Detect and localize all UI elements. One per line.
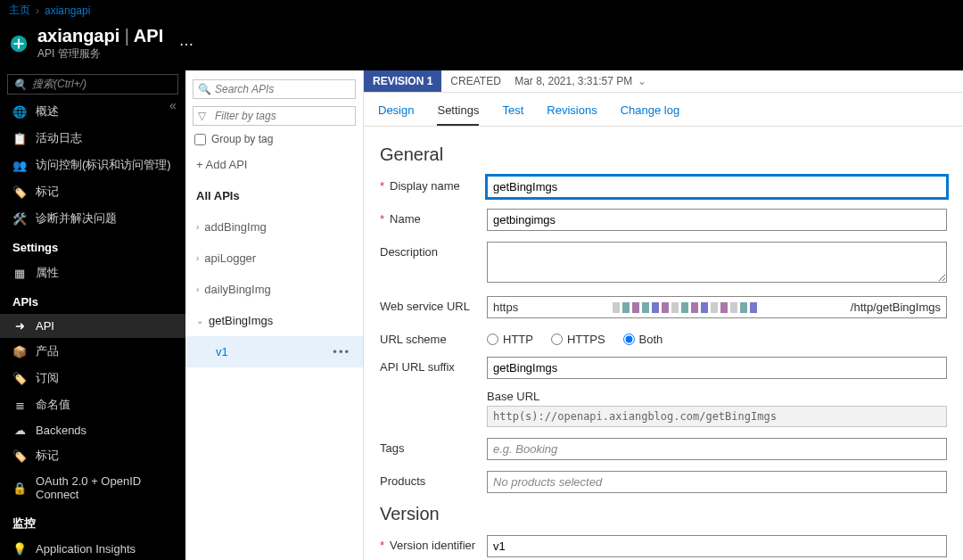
sidebar-item[interactable]: 🏷️标记 [0,442,185,469]
menu-icon: 💡 [12,542,27,556]
api-name: dailyBingImg [204,283,270,296]
description-input[interactable] [487,242,947,283]
api-version-label: v1 [216,345,228,358]
sidebar-section-header: APIs [0,286,185,314]
display-name-input[interactable] [487,176,947,198]
api-name: addBingImg [204,220,266,234]
resource-header: axiangapi | API API 管理服务 ⋯ [0,21,963,70]
more-icon[interactable]: ⋯ [179,36,193,53]
label-api-url-suffix: API URL suffix [380,360,455,374]
sidebar-item[interactable]: 🛠️诊断并解决问题 [0,205,185,232]
menu-icon: 🏷️ [12,372,27,385]
sidebar-item-label: Application Insights [36,542,136,556]
group-by-tag-checkbox[interactable]: Group by tag [185,129,363,149]
sidebar-search[interactable]: 🔍 搜索(Ctrl+/) [7,74,178,95]
search-icon: 🔍 [198,83,211,95]
tab-revisions[interactable]: Revisions [547,100,597,126]
menu-icon: 📋 [12,132,27,145]
tab-design[interactable]: Design [378,100,414,126]
sidebar-item[interactable]: ▦属性 [0,259,185,286]
chevron-down-icon: ⌄ [196,316,203,325]
sidebar-item[interactable]: 📋活动日志 [0,125,185,152]
api-entry[interactable]: ›dailyBingImg [185,274,363,305]
label-tags: Tags [380,441,404,455]
api-entry[interactable]: ⌄getBingImgs [185,305,363,336]
api-version-item[interactable]: v1••• [185,336,363,367]
sidebar-item-label: 属性 [36,265,59,281]
api-search-input[interactable] [193,79,356,99]
menu-icon: ☁ [12,424,27,437]
menu-icon: ≣ [12,399,27,412]
sidebar-item[interactable]: ➜API [0,314,185,338]
label-url-scheme: URL scheme [380,333,447,346]
label-description: Description [380,245,438,259]
sidebar-item[interactable]: 🔒OAuth 2.0 + OpenID Connect [0,469,185,506]
sidebar-section-header: 监控 [0,506,185,537]
products-input[interactable]: No products selected [487,471,947,493]
chevron-right-icon: › [196,222,199,232]
chevron-down-icon: ⌄ [638,75,646,87]
sidebar-item-label: OAuth 2.0 + OpenID Connect [36,474,173,501]
sidebar: 🔍 搜索(Ctrl+/) « 🌐概述📋活动日志👥访问控制(标识和访问管理)🏷️标… [0,70,185,560]
sidebar-item[interactable]: 📦产品 [0,338,185,365]
page-title: axiangapi | API [37,26,163,46]
apim-icon [9,34,29,54]
menu-icon: 🌐 [12,105,27,119]
add-api-button[interactable]: + Add API [185,149,363,180]
base-url-readout: http(s)://openapi.axiangblog.com/getBing… [487,406,947,427]
redacted-segment [613,302,757,313]
api-entry[interactable]: ›apiLogger [185,243,363,274]
tags-input[interactable]: e.g. Booking [487,438,947,460]
radio-both[interactable]: Both [623,333,663,346]
sidebar-item-label: Backends [36,424,86,437]
api-url-suffix-input[interactable] [487,357,947,379]
tab-settings[interactable]: Settings [437,100,479,126]
sidebar-item-label: 活动日志 [36,130,82,146]
api-list-panel: 🔍 ▽ Group by tag + Add API All APIs ›add… [185,70,364,560]
breadcrumb: 主页 › axiangapi [0,0,963,21]
sidebar-item-label: 标记 [36,184,59,200]
menu-icon: 🔒 [12,482,27,495]
radio-https[interactable]: HTTPS [551,333,605,346]
more-icon[interactable]: ••• [333,345,350,358]
menu-icon: ➜ [12,319,27,333]
tab-change-log[interactable]: Change log [621,100,680,126]
sidebar-item[interactable]: 🏷️标记 [0,178,185,205]
url-scheme-radios: HTTP HTTPS Both [487,329,947,346]
breadcrumb-home[interactable]: 主页 [9,3,30,18]
sidebar-item-label: 订阅 [36,370,59,386]
label-web-service-url: Web service URL [380,300,470,313]
radio-http[interactable]: HTTP [487,333,533,346]
label-version-identifier: Version identifier [390,539,475,552]
revision-badge[interactable]: REVISION 1 [364,70,441,92]
web-service-url-input[interactable]: https /http/getBingImgs [487,296,947,318]
api-filter-input[interactable] [193,106,356,126]
all-apis-link[interactable]: All APIs [185,180,363,211]
menu-icon: ▦ [12,267,27,280]
sidebar-item-label: 诊断并解决问题 [36,210,117,226]
sidebar-item-label: 命名值 [36,397,70,413]
tab-test[interactable]: Test [502,100,523,126]
sidebar-item[interactable]: 💡Application Insights [0,537,185,560]
menu-icon: 🛠️ [12,212,27,226]
api-entry[interactable]: ›addBingImg [185,211,363,243]
label-name: Name [390,212,421,226]
sidebar-item[interactable]: ☁Backends [0,418,185,442]
sidebar-item[interactable]: 👥访问控制(标识和访问管理) [0,152,185,178]
name-input[interactable] [487,209,947,231]
tabs: DesignSettingsTestRevisionsChange log [364,93,963,127]
breadcrumb-resource[interactable]: axiangapi [45,4,90,17]
filter-icon: ▽ [198,110,206,122]
version-identifier-input[interactable] [487,535,947,557]
label-display-name: Display name [390,179,460,193]
sidebar-item-label: 访问控制(标识和访问管理) [36,157,171,173]
sidebar-item[interactable]: 🌐概述 [0,98,185,125]
sidebar-item[interactable]: ≣命名值 [0,391,185,418]
sidebar-section-header: Settings [0,232,185,259]
label-products: Products [380,474,425,488]
revision-created[interactable]: CREATED Mar 8, 2021, 3:31:57 PM ⌄ [441,70,655,92]
label-base-url: Base URL [487,390,947,403]
sidebar-item[interactable]: 🏷️订阅 [0,365,185,391]
api-name: apiLogger [204,251,256,265]
collapse-sidebar-icon[interactable]: « [169,98,177,112]
